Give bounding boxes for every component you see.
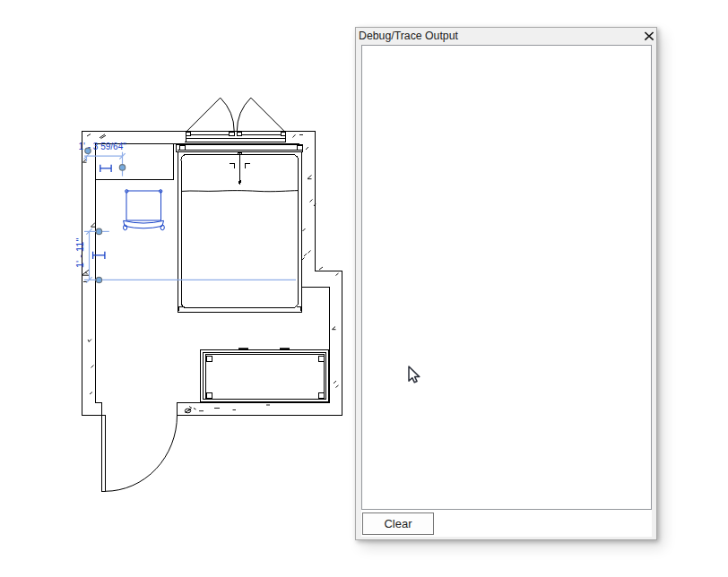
svg-text:1' - 11": 1' - 11" <box>74 238 85 268</box>
